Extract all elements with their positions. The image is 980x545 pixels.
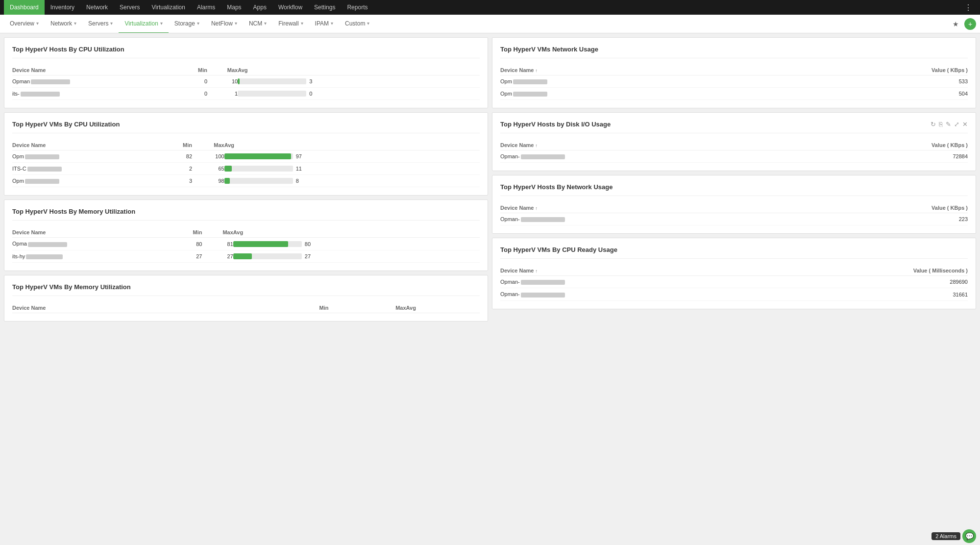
widget-network-hosts: Top HyperV Hosts By Network Usage Device… xyxy=(492,175,976,234)
table-row: its-hy 27 27 27 xyxy=(12,250,480,262)
col-avg: Avg xyxy=(224,140,480,150)
device-name-text: Opm xyxy=(12,153,24,159)
bar-value: 8 xyxy=(296,178,308,184)
widget-network-vms: Top HyperV VMs Network Usage Device Name… xyxy=(492,37,976,108)
alarms-badge[interactable]: 2 Alarms xyxy=(931,532,960,540)
bar-cell: 97 xyxy=(224,153,480,159)
col-device-name: Device Name xyxy=(12,303,260,313)
network-vms-table: Device Name ↑ Value ( KBps ) Opm 533 Opm… xyxy=(500,65,968,100)
widget-mem-vms-title: Top HyperV VMs By Memory Utilization xyxy=(12,283,480,296)
bar-value: 0 xyxy=(309,91,321,97)
nav-reports[interactable]: Reports xyxy=(341,0,373,15)
widget-cpu-ready-vms-title: Top HyperV VMs By CPU Ready Usage xyxy=(500,246,968,259)
device-name-text: Opm xyxy=(12,178,24,184)
widget-disk-hosts-header: Top HyperV Hosts by Disk I/O Usage ↻ ⎘ ✎… xyxy=(500,121,968,133)
sub-navigation: Overview ▾ Network ▾ Servers ▾ Virtualiz… xyxy=(0,15,980,33)
chevron-down-icon: ▾ xyxy=(74,21,76,26)
bar-inner xyxy=(238,78,240,84)
nav-network[interactable]: Network xyxy=(80,0,114,15)
col-max: Max xyxy=(202,227,233,238)
nav-apps[interactable]: Apps xyxy=(247,0,272,15)
col-device-name: Device Name ↑ xyxy=(500,140,800,150)
chat-icon[interactable]: 💬 xyxy=(962,529,976,543)
col-value: Value ( KBps ) xyxy=(764,65,968,75)
add-dashboard-button[interactable]: + xyxy=(964,18,976,30)
table-row: its- 0 1 0 xyxy=(12,88,480,100)
table-row: Opman 0 10 3 xyxy=(12,75,480,88)
subnav-ncm[interactable]: NCM ▾ xyxy=(243,15,272,33)
mem-vms-table: Device Name Min Max Avg xyxy=(12,303,480,313)
col-min: Min xyxy=(180,65,207,75)
subnav-storage[interactable]: Storage ▾ xyxy=(169,15,205,33)
col-min: Min xyxy=(164,140,192,150)
col-avg: Avg xyxy=(233,227,480,238)
refresh-icon[interactable]: ↻ xyxy=(931,121,936,128)
col-max: Max xyxy=(192,140,224,150)
table-row: Opm 533 xyxy=(500,75,968,88)
col-device-name: Device Name ↑ xyxy=(500,266,754,276)
bar-inner xyxy=(224,178,230,184)
chevron-down-icon: ▾ xyxy=(160,21,163,26)
subnav-overview[interactable]: Overview ▾ xyxy=(4,15,45,33)
nav-virtualization[interactable]: Virtualization xyxy=(146,0,191,15)
chevron-down-icon: ▾ xyxy=(36,21,39,26)
network-hosts-table: Device Name ↑ Value ( KBps ) Opman- 223 xyxy=(500,203,968,225)
star-button[interactable]: ★ xyxy=(950,18,961,30)
bar-outer xyxy=(224,153,293,159)
device-name-text: Opman xyxy=(12,78,30,84)
cpu-ready-vms-table: Device Name ↑ Value ( Milliseconds ) Opm… xyxy=(500,266,968,300)
expand-icon[interactable]: ⤢ xyxy=(954,121,959,128)
chevron-down-icon: ▾ xyxy=(197,21,199,26)
bar-cell: 80 xyxy=(233,241,480,247)
col-min: Min xyxy=(174,227,202,238)
bar-outer xyxy=(238,91,306,97)
widget-cpu-vms: Top HyperV VMs By CPU Utilization Device… xyxy=(4,112,488,196)
table-row: Opm 3 98 8 xyxy=(12,175,480,187)
chevron-down-icon: ▾ xyxy=(235,21,237,26)
device-name-text: Opma xyxy=(12,241,27,247)
widget-disk-hosts-title: Top HyperV Hosts by Disk I/O Usage xyxy=(500,121,611,128)
subnav-servers[interactable]: Servers ▾ xyxy=(82,15,119,33)
chevron-down-icon: ▾ xyxy=(301,21,303,26)
subnav-custom[interactable]: Custom ▾ xyxy=(339,15,375,33)
chevron-down-icon: ▾ xyxy=(110,21,113,26)
bar-outer xyxy=(233,241,302,247)
nav-workflow[interactable]: Workflow xyxy=(272,0,308,15)
device-name-text: Opman- xyxy=(500,279,520,285)
col-avg: Avg xyxy=(238,65,480,75)
subnav-firewall[interactable]: Firewall ▾ xyxy=(272,15,309,33)
edit-icon[interactable]: ✎ xyxy=(946,121,951,128)
nav-servers[interactable]: Servers xyxy=(114,0,146,15)
bar-value: 97 xyxy=(296,153,308,159)
cpu-vms-table: Device Name Min Max Avg Opm 82 100 97 IT… xyxy=(12,140,480,187)
widget-cpu-vms-title: Top HyperV VMs By CPU Utilization xyxy=(12,121,480,133)
chevron-down-icon: ▾ xyxy=(331,21,333,26)
nav-inventory[interactable]: Inventory xyxy=(45,0,80,15)
widget-cpu-ready-vms: Top HyperV VMs By CPU Ready Usage Device… xyxy=(492,238,976,309)
subnav-actions: ★ + xyxy=(950,18,976,30)
subnav-network[interactable]: Network ▾ xyxy=(45,15,82,33)
col-device-name: Device Name ↑ xyxy=(500,203,800,213)
nav-dashboard[interactable]: Dashboard xyxy=(4,0,45,15)
subnav-netflow[interactable]: NetFlow ▾ xyxy=(205,15,243,33)
bar-cell: 27 xyxy=(233,253,480,259)
col-value: Value ( KBps ) xyxy=(800,140,968,150)
subnav-ipam[interactable]: IPAM ▾ xyxy=(309,15,339,33)
widget-cpu-hosts: Top HyperV Hosts By CPU Utilization Devi… xyxy=(4,37,488,108)
copy-icon[interactable]: ⎘ xyxy=(939,121,943,128)
chevron-down-icon: ▾ xyxy=(264,21,267,26)
device-name-text: ITS-C xyxy=(12,166,26,172)
nav-alarms[interactable]: Alarms xyxy=(191,0,221,15)
col-device-name: Device Name xyxy=(12,140,164,150)
nav-settings[interactable]: Settings xyxy=(308,0,341,15)
device-name-text: its- xyxy=(12,91,20,97)
widget-mem-hosts-title: Top HyperV Hosts By Memory Utilization xyxy=(12,208,480,221)
col-device-name: Device Name xyxy=(12,65,180,75)
bar-cell: 8 xyxy=(224,178,480,184)
subnav-virtualization[interactable]: Virtualization ▾ xyxy=(119,15,168,33)
delete-icon[interactable]: ✕ xyxy=(962,121,968,128)
device-name-text: Opman- xyxy=(500,153,520,159)
device-name-text: Opman- xyxy=(500,216,520,222)
nav-maps[interactable]: Maps xyxy=(221,0,247,15)
more-options-button[interactable]: ⋮ xyxy=(960,3,976,12)
